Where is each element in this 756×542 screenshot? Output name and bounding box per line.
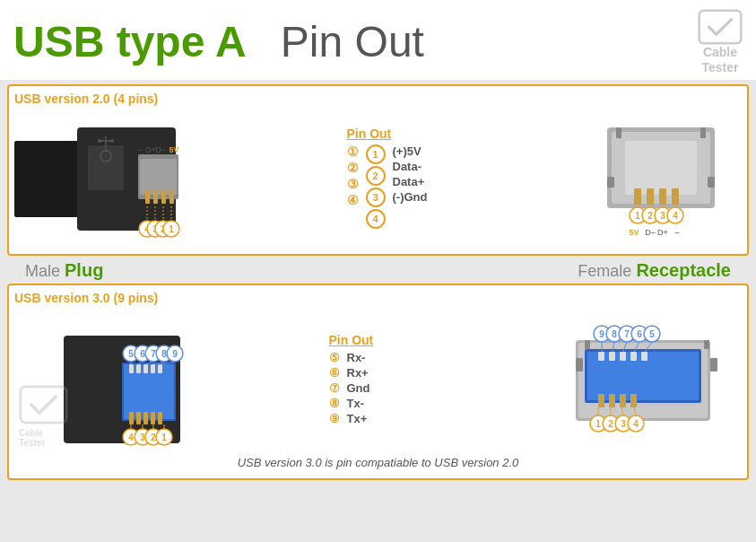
watermark-logo: CableTester <box>19 385 68 448</box>
usb3-pin7-row: ⑦ <box>329 381 340 395</box>
svg-rect-107 <box>598 352 604 361</box>
header: USB type A Pin Out Cable Tester <box>0 0 756 80</box>
svg-rect-65 <box>151 412 155 424</box>
svg-rect-110 <box>630 352 637 361</box>
svg-rect-41 <box>700 127 706 138</box>
svg-rect-35 <box>647 188 654 205</box>
svg-text:–: – <box>137 145 142 154</box>
title-pin-out: Pin Out <box>281 18 424 66</box>
usb3-desc-8: Tx- <box>347 397 365 410</box>
main-title: USB type A Pin Out <box>13 21 424 64</box>
usb3-section: USB version 3.0 (9 pins) CableTester <box>7 284 749 480</box>
usb2-plug-diagram: 4 3 2 1 – D+ D– 5V <box>14 109 239 249</box>
svg-text:7: 7 <box>624 329 630 339</box>
page-wrapper: USB type A Pin Out Cable Tester USB vers… <box>0 0 756 542</box>
svg-rect-114 <box>585 340 590 349</box>
svg-text:5V: 5V <box>169 145 178 154</box>
usb2-receptacle-diagram: 1 2 3 4 5V D– D+ – <box>580 109 742 249</box>
svg-rect-58 <box>21 386 66 422</box>
usb3-desc-6: Rx+ <box>347 366 369 380</box>
svg-text:5: 5 <box>649 329 655 339</box>
logo-text: Cable Tester <box>702 45 739 75</box>
usb2-pin2-row: ② <box>347 161 359 175</box>
usb3-receptacle-svg: 9 8 7 6 5 1 <box>553 309 742 452</box>
usb2-desc-2: Data- <box>393 160 422 173</box>
svg-rect-37 <box>672 188 679 205</box>
svg-text:6: 6 <box>637 329 642 339</box>
usb3-pin9-row: ⑨ <box>329 412 340 425</box>
svg-rect-71 <box>158 364 162 373</box>
usb3-pinout-table: Pin Out ⑤ ⑥ ⑦ ⑧ ⑨ Rx- Rx+ Gnd Tx- Tx+ <box>325 333 450 427</box>
svg-text:D–: D– <box>645 228 656 237</box>
svg-rect-112 <box>576 358 583 372</box>
svg-rect-62 <box>129 412 134 424</box>
usb2-desc-1: (+)5V <box>393 144 421 158</box>
svg-rect-34 <box>634 188 641 205</box>
svg-rect-104 <box>609 394 615 407</box>
usb2-circle-1: 1 <box>366 144 386 164</box>
usb2-pinout-table: Pin Out ① ② ③ ④ <box>338 127 482 231</box>
svg-rect-108 <box>609 352 615 361</box>
svg-text:9: 9 <box>599 329 604 339</box>
usb3-receptacle-diagram: 9 8 7 6 5 1 <box>553 309 742 452</box>
svg-text:5V: 5V <box>629 228 639 237</box>
svg-rect-103 <box>598 394 604 407</box>
svg-text:4: 4 <box>673 211 678 221</box>
label-female: Female Receptacle <box>578 260 731 281</box>
usb3-desc-9: Tx+ <box>347 412 368 425</box>
svg-rect-11 <box>145 190 150 204</box>
svg-text:1: 1 <box>161 433 167 442</box>
svg-rect-64 <box>143 412 148 424</box>
usb2-desc-3: Data+ <box>393 175 425 188</box>
usb2-receptacle-svg: 1 2 3 4 5V D– D+ – <box>580 109 742 249</box>
svg-rect-3 <box>88 145 124 190</box>
section-labels-row: Male Plug Female Receptacle <box>7 260 749 281</box>
label-male: Male Plug <box>25 260 103 281</box>
usb3-pin6-row: ⑥ <box>329 366 340 380</box>
usb2-circle-3: 3 <box>366 188 386 207</box>
svg-text:2: 2 <box>647 211 653 221</box>
svg-point-7 <box>98 139 101 143</box>
usb3-pin8-row: ⑧ <box>329 397 340 410</box>
svg-rect-33 <box>625 141 697 195</box>
svg-rect-0 <box>700 11 742 44</box>
logo-icon <box>698 9 743 45</box>
svg-text:3: 3 <box>660 211 665 221</box>
svg-text:–: – <box>674 228 679 237</box>
svg-rect-39 <box>708 177 715 188</box>
svg-text:8: 8 <box>612 329 617 339</box>
svg-rect-105 <box>620 394 626 407</box>
usb3-desc-7: Gnd <box>347 381 370 395</box>
svg-text:3: 3 <box>621 419 626 429</box>
svg-text:9: 9 <box>172 349 178 359</box>
svg-text:D+: D+ <box>657 228 668 237</box>
svg-rect-10 <box>140 159 177 195</box>
svg-rect-66 <box>158 412 162 424</box>
svg-point-8 <box>110 139 114 143</box>
svg-rect-13 <box>161 190 166 204</box>
svg-text:2: 2 <box>608 419 613 429</box>
usb2-circle-4: 4 <box>366 209 386 229</box>
svg-rect-70 <box>151 364 155 373</box>
svg-text:D+: D+ <box>145 145 156 154</box>
svg-text:5: 5 <box>128 349 134 359</box>
svg-text:D–: D– <box>155 145 166 154</box>
svg-rect-14 <box>169 190 174 204</box>
svg-rect-38 <box>607 177 614 188</box>
svg-rect-40 <box>616 127 621 138</box>
usb2-desc-4: (-)Gnd <box>393 190 428 204</box>
svg-rect-12 <box>153 190 158 204</box>
svg-rect-113 <box>710 358 717 372</box>
title-usb: USB type A <box>13 18 245 66</box>
svg-rect-1 <box>14 141 86 217</box>
bottom-note: USB version 3.0 is pin compatiable to US… <box>14 452 742 473</box>
usb3-desc-5: Rx- <box>347 351 366 364</box>
svg-rect-111 <box>641 352 647 361</box>
svg-text:1: 1 <box>595 419 601 429</box>
usb2-pin4-row: ④ <box>347 193 359 207</box>
svg-rect-109 <box>620 352 626 361</box>
svg-text:1: 1 <box>169 224 174 234</box>
svg-rect-106 <box>630 394 637 407</box>
usb3-pinout-title: Pin Out <box>329 333 446 347</box>
usb3-section-title: USB version 3.0 (9 pins) <box>14 291 742 305</box>
